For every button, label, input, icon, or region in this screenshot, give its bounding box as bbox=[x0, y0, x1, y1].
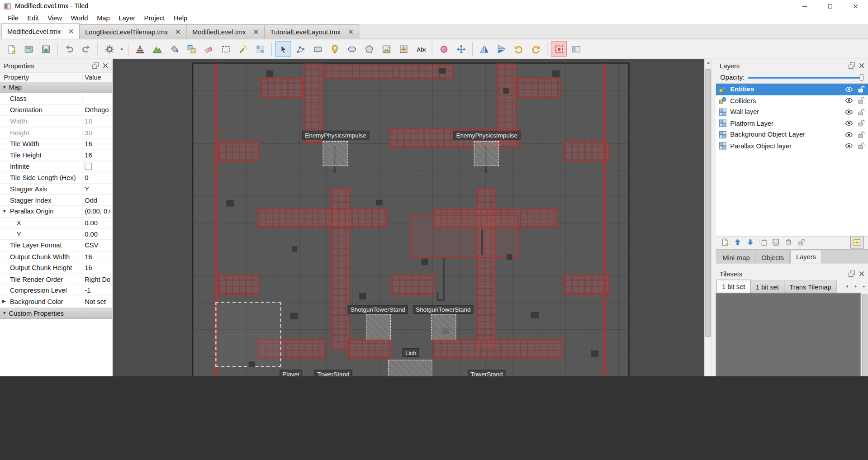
tileset-vertical-scrollbar[interactable] bbox=[861, 293, 868, 376]
float-panel-icon[interactable] bbox=[91, 62, 100, 70]
property-group-map[interactable]: ▼Map bbox=[0, 82, 112, 93]
property-row-parallax-origin[interactable]: ▼Parallax Origin(0.00, 0.0 bbox=[0, 206, 112, 218]
property-row-width[interactable]: Width18 bbox=[0, 116, 112, 127]
property-value[interactable]: 0.00 bbox=[85, 219, 110, 227]
property-row-x[interactable]: X0.00 bbox=[0, 218, 112, 229]
undo-button[interactable] bbox=[61, 41, 77, 57]
property-row-background-color[interactable]: ▶Background ColorNot set bbox=[0, 296, 112, 308]
menu-file[interactable]: File bbox=[3, 13, 23, 24]
eyedropper-button[interactable] bbox=[436, 41, 451, 57]
map-view[interactable]: EnemyPhysicsImpulseEnemyPhysicsImpulseSh… bbox=[193, 64, 628, 376]
tab-close-icon[interactable] bbox=[252, 28, 260, 35]
edit-polygons-button[interactable] bbox=[292, 41, 308, 57]
menu-project[interactable]: Project bbox=[140, 13, 169, 24]
insert-point-button[interactable] bbox=[327, 41, 342, 57]
map-object-enemyphysicsimpulse[interactable] bbox=[323, 141, 348, 166]
document-tab-2[interactable]: ModifiedLevel.tmx bbox=[186, 24, 265, 39]
flip-vertical-button[interactable] bbox=[493, 41, 509, 57]
visibility-eye-icon[interactable] bbox=[845, 119, 853, 127]
menu-map[interactable]: Map bbox=[92, 13, 114, 24]
new-layer-button[interactable] bbox=[719, 236, 731, 248]
canvas-vscrollbar-thumb[interactable] bbox=[705, 69, 711, 337]
property-row-y[interactable]: Y0.00 bbox=[0, 229, 112, 240]
property-row-tile-layer-format[interactable]: Tile Layer FormatCSV bbox=[0, 240, 112, 251]
map-object-shotguntowerstand[interactable] bbox=[431, 314, 456, 339]
remove-layer-button[interactable] bbox=[782, 236, 795, 248]
duplicate-layer-button[interactable] bbox=[757, 236, 769, 248]
property-value[interactable]: -1 bbox=[85, 287, 110, 294]
insert-template-button[interactable] bbox=[395, 41, 411, 57]
layer-row-wall-layer[interactable]: Wall layer bbox=[716, 106, 868, 118]
merge-layer-down-button[interactable] bbox=[769, 236, 782, 248]
lock-icon[interactable] bbox=[857, 108, 865, 116]
property-value[interactable]: 16 bbox=[85, 253, 110, 261]
expander-icon[interactable]: ▼ bbox=[2, 85, 8, 90]
close-panel-icon[interactable] bbox=[858, 270, 866, 278]
property-value[interactable]: Orthogo bbox=[85, 106, 110, 114]
prev-tileset-tab-button[interactable] bbox=[843, 281, 851, 291]
next-tileset-tab-button[interactable] bbox=[851, 281, 859, 291]
new-file-button[interactable] bbox=[3, 41, 19, 57]
execute-command-button[interactable] bbox=[101, 41, 117, 57]
eraser-button[interactable] bbox=[200, 41, 216, 57]
layer-row-entities[interactable]: Entities bbox=[716, 84, 868, 95]
redo-button[interactable] bbox=[78, 41, 94, 57]
map-object-enemyphysicsimpulse[interactable] bbox=[474, 141, 499, 166]
insert-ellipse-button[interactable] bbox=[344, 41, 360, 57]
property-value[interactable]: CSV bbox=[85, 242, 110, 249]
move-tool-button[interactable] bbox=[453, 41, 469, 57]
property-row-stagger-axis[interactable]: Stagger AxisY bbox=[0, 184, 112, 195]
visibility-eye-icon[interactable] bbox=[845, 85, 853, 93]
property-row-orientation[interactable]: OrientationOrthogo bbox=[0, 104, 112, 116]
tab-close-icon[interactable] bbox=[175, 28, 182, 35]
tileset-tab-2[interactable]: Trans Tilemap bbox=[784, 281, 837, 293]
menu-edit[interactable]: Edit bbox=[23, 13, 43, 24]
property-row-class[interactable]: Class bbox=[0, 93, 112, 104]
raise-layer-button[interactable] bbox=[731, 236, 744, 248]
stamp-brush-button[interactable] bbox=[132, 41, 147, 57]
opacity-slider-handle[interactable] bbox=[860, 74, 864, 81]
lock-icon[interactable] bbox=[857, 85, 865, 93]
map-object-shotguntowerstand[interactable] bbox=[366, 314, 391, 339]
map-viewport[interactable]: EnemyPhysicsImpulseEnemyPhysicsImpulseSh… bbox=[113, 59, 704, 376]
rotate-left-button[interactable] bbox=[510, 41, 526, 57]
property-row-tile-width[interactable]: Tile Width16 bbox=[0, 138, 112, 150]
document-tab-3[interactable]: TutorialLevelLayout.tmx bbox=[264, 24, 359, 39]
maximize-button[interactable] bbox=[817, 0, 842, 12]
insert-rectangle-button[interactable] bbox=[309, 41, 325, 57]
document-tab-0[interactable]: ModifiedLevel.tmx bbox=[1, 23, 79, 38]
show-layer-overlay-button[interactable] bbox=[568, 41, 584, 57]
opacity-slider[interactable] bbox=[748, 74, 864, 81]
bucket-fill-button[interactable] bbox=[166, 41, 182, 57]
float-panel-icon[interactable] bbox=[848, 270, 856, 278]
tileset-tab-0[interactable]: 1 bit set bbox=[716, 280, 751, 293]
property-group-custom-properties[interactable]: ▼Custom Properties bbox=[0, 308, 112, 319]
property-value[interactable]: 30 bbox=[85, 129, 110, 137]
rectangular-select-button[interactable] bbox=[218, 41, 233, 57]
tileset-tab-1[interactable]: 1 bit set bbox=[750, 281, 784, 293]
highlight-current-layer-toggle[interactable] bbox=[850, 236, 863, 249]
opacity-slider-track[interactable] bbox=[748, 77, 863, 79]
menu-help[interactable]: Help bbox=[169, 13, 192, 24]
insert-polygon-button[interactable] bbox=[361, 41, 377, 57]
tileset-menu-button[interactable] bbox=[860, 281, 868, 291]
property-row-height[interactable]: Height30 bbox=[0, 127, 112, 138]
close-panel-icon[interactable] bbox=[101, 62, 109, 70]
execute-command-dropdown[interactable] bbox=[118, 42, 125, 57]
property-value[interactable]: 16 bbox=[85, 264, 110, 272]
document-tab-1[interactable]: LongBasicLevelTilemap.tmx bbox=[79, 24, 187, 39]
menu-world[interactable]: World bbox=[66, 13, 93, 24]
property-row-tile-height[interactable]: Tile Height16 bbox=[0, 150, 112, 161]
tab-close-icon[interactable] bbox=[67, 28, 75, 35]
property-row-tile-side-length-hex[interactable]: Tile Side Length (Hex)0 bbox=[0, 172, 112, 184]
lock-icon[interactable] bbox=[857, 96, 865, 104]
layer-row-platform-layer[interactable]: Platform Layer bbox=[716, 118, 868, 129]
toggle-lock-layers-button[interactable] bbox=[795, 236, 808, 248]
insert-text-button[interactable]: Abc bbox=[413, 41, 428, 57]
visibility-eye-icon[interactable] bbox=[845, 96, 853, 104]
property-value[interactable]: Not set bbox=[85, 298, 110, 306]
infinite-checkbox[interactable] bbox=[85, 163, 92, 170]
lock-icon[interactable] bbox=[857, 119, 865, 127]
property-value[interactable]: 0 bbox=[85, 174, 110, 181]
menu-layer[interactable]: Layer bbox=[114, 13, 139, 24]
